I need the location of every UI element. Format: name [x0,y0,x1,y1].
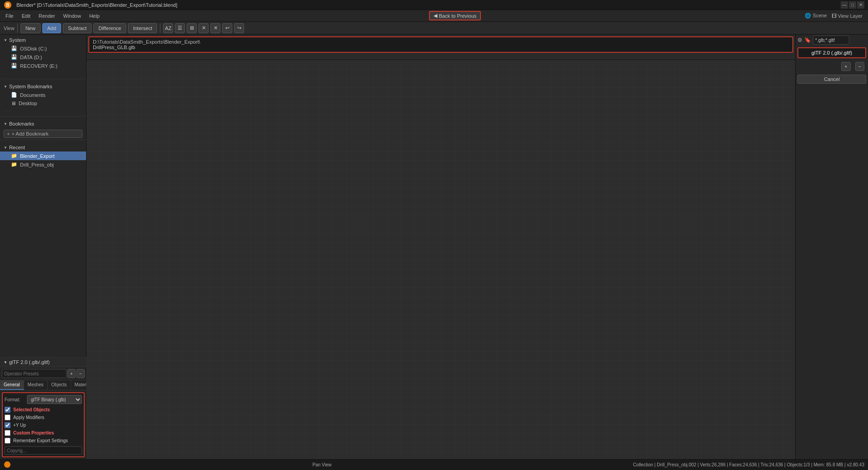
view-layer-label: 🎞 View Layer [832,13,863,19]
nav-icon-3[interactable]: ↩ [222,23,232,33]
left-sidebar: ▼ System 💾 OSDisk (C:) 💾 DATA (D:) 💾 REC… [0,35,87,459]
minimize-button[interactable]: — [841,1,848,9]
menu-item-edit[interactable]: Edit [18,12,34,20]
remember-settings-label[interactable]: Remember Export Settings [13,438,68,443]
props-options: Format: glTF Binary (.glb) glTF Separate… [2,392,85,457]
svg-point-2 [4,461,10,468]
presets-add-button[interactable]: + [67,369,76,378]
new-button[interactable]: New [20,23,41,33]
recent-triangle-icon: ▼ [4,146,7,150]
difference-button[interactable]: Difference [93,23,126,33]
back-arrow-icon: ◀ [434,13,437,19]
subtract-button[interactable]: Subtract [63,23,92,33]
blender-export-close-icon[interactable]: ✕ [79,153,82,158]
divider-1 [0,79,86,79]
close-button[interactable]: ✕ [857,1,864,9]
filter-input[interactable] [813,35,849,45]
operator-presets: + − [0,367,87,380]
right-sidebar-spacer [796,86,868,459]
sidebar-item-data[interactable]: 💾 DATA (D:) [0,53,86,61]
recent-header[interactable]: ▼ Recent [0,142,86,152]
format-selector[interactable]: glTF 2.0 (.glb/.gltf) [797,47,866,58]
format-dropdown[interactable]: glTF Binary (.glb) glTF Separate glTF Em… [27,395,82,404]
divider-3 [0,140,86,140]
app-window: B Blender* [D:\Tutorials\DataSmith_Expor… [0,0,868,470]
view-mode-icon[interactable]: ⊞ [187,23,197,33]
maximize-button[interactable]: □ [849,1,856,9]
menu-item-file[interactable]: File [2,12,17,20]
presets-remove-button[interactable]: − [77,369,85,378]
tab-objects[interactable]: Objects [48,380,71,390]
intersect-button[interactable]: Intersect [128,23,157,33]
copyright-input[interactable] [5,446,82,455]
system-triangle-icon: ▼ [4,38,7,42]
custom-properties-row: Custom Properties [5,429,82,437]
triangle-icon: ▼ [4,360,7,364]
filepath-highlight-box: D:\Tutorials\DataSmith_Exports\Blender_E… [88,36,793,53]
bookmarks-label: Bookmarks [9,121,34,126]
nav-icon-1[interactable]: ✕ [199,23,209,33]
recent-label: Recent [9,145,25,150]
selected-objects-label[interactable]: Selected Objects [13,407,50,412]
tab-meshes[interactable]: Meshes [24,380,48,390]
add-entry-button[interactable]: + [841,62,850,71]
remember-settings-row: Remember Export Settings [5,437,82,445]
window-title: Blender* [D:\Tutorials\DataSmith_Exports… [16,2,177,8]
toolbar-separator-1 [17,24,18,33]
presets-dropdown[interactable] [2,369,66,378]
apply-modifiers-label[interactable]: Apply Modifiers [13,415,44,420]
yup-row: +Y Up [5,421,82,429]
apply-modifiers-checkbox[interactable] [5,414,10,420]
system-bookmarks-triangle-icon: ▼ [4,85,7,89]
menu-item-help[interactable]: Help [86,12,103,20]
svg-text:B: B [6,3,9,8]
center-wrapper: D:\Tutorials\DataSmith_Exports\Blender_E… [87,35,795,459]
system-section-header[interactable]: ▼ System [0,35,86,44]
sidebar-item-blender-export[interactable]: 📁 Blender_Export ✕ [0,152,86,160]
bookmark-icon[interactable]: 🔖 [804,37,811,43]
bookmarks-triangle-icon: ▼ [4,122,7,126]
title-bar-left: B Blender* [D:\Tutorials\DataSmith_Expor… [4,1,177,9]
selected-objects-checkbox[interactable] [5,407,10,413]
props-tabs: General Meshes Objects Materi... Anima..… [0,380,87,390]
remove-entry-button[interactable]: − [855,62,864,71]
menu-bar: File Edit Render Window Help ◀ Back to P… [0,10,868,22]
filepath-filename: DrillPress_GLB.glb [93,45,789,50]
back-to-previous-button[interactable]: ◀ Back to Previous [429,11,481,20]
filter-funnel-icon[interactable]: ⚙ [797,37,802,43]
bookmarks-header[interactable]: ▼ Bookmarks [0,118,86,128]
custom-properties-checkbox[interactable] [5,430,10,436]
drill-press-folder-icon: 📁 [11,162,17,167]
sidebar-item-recovery[interactable]: 💾 RECOVERY (E:) [0,61,86,70]
status-bar: Pan View Collection | Drill_Press_obj.00… [0,459,868,470]
documents-icon: 📄 [11,92,17,98]
filepath-directory: D:\Tutorials\DataSmith_Exports\Blender_E… [93,39,789,45]
add-button[interactable]: Add [42,23,61,33]
yup-label[interactable]: +Y Up [13,423,26,428]
apply-modifiers-row: Apply Modifiers [5,414,82,421]
format-label: Format: [5,397,25,402]
sidebar-item-desktop[interactable]: 🖥 Desktop [0,99,86,107]
right-sidebar: ⚙ 🔖 glTF 2.0 (.glb/.gltf) + − Cancel [795,35,868,459]
sidebar-item-documents[interactable]: 📄 Documents [0,91,86,99]
yup-checkbox[interactable] [5,422,10,428]
custom-properties-label[interactable]: Custom Properties [13,430,54,435]
cancel-button[interactable]: Cancel [797,75,866,84]
system-bookmarks-header[interactable]: ▼ System Bookmarks [0,81,86,91]
nav-icon-2[interactable]: ✕ [210,23,220,33]
add-bookmark-button[interactable]: + + Add Bookmark [4,130,82,138]
sidebar-scroll: ▼ System 💾 OSDisk (C:) 💾 DATA (D:) 💾 REC… [0,35,87,357]
nav-icon-4[interactable]: ↪ [234,23,244,33]
sidebar-item-drill-press-obj[interactable]: 📁 Drill_Press_obj [0,160,86,169]
filter-icon[interactable]: ☰ [175,23,185,33]
remember-settings-checkbox[interactable] [5,438,10,444]
tab-general[interactable]: General [0,380,24,390]
menu-item-render[interactable]: Render [35,12,59,20]
sidebar-item-osdisk[interactable]: 💾 OSDisk (C:) [0,44,86,53]
scene-label: 🌐 Scene [805,13,827,19]
status-info: Collection | Drill_Press_obj.002 | Verts… [633,462,864,467]
sort-icon[interactable]: AZ [163,23,173,33]
menu-item-window[interactable]: Window [60,12,85,20]
content-area: ▼ System 💾 OSDisk (C:) 💾 DATA (D:) 💾 REC… [0,35,868,459]
system-label: System [9,37,26,43]
